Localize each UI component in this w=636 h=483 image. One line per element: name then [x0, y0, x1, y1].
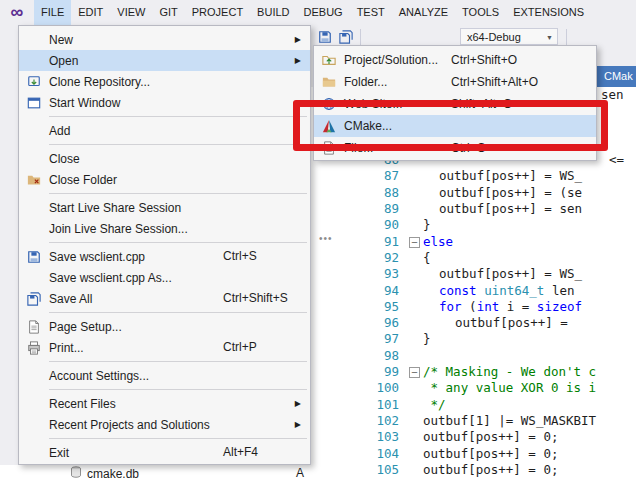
menu-item-page-setup[interactable]: Page Setup...: [19, 316, 310, 337]
menubar-item-file[interactable]: FILE: [34, 0, 71, 25]
menu-item-close-folder[interactable]: Close Folder: [19, 169, 310, 190]
menu-item-recent-files[interactable]: Recent Files▶: [19, 393, 310, 414]
code-line[interactable]: 91–else: [311, 234, 636, 250]
menubar-item-project[interactable]: PROJECT: [185, 0, 250, 25]
menu-item-label: Save wsclient.cpp As...: [49, 271, 172, 285]
code-line[interactable]: 95for (int i = sizeof: [311, 299, 636, 315]
close-folder-icon: [19, 173, 49, 187]
code-line[interactable]: 100 * any value XOR 0 is i: [311, 380, 636, 396]
fold-margin: [407, 413, 423, 429]
menu-item-start-live-share-session[interactable]: Start Live Share Session: [19, 197, 310, 218]
menubar-item-tools[interactable]: TOOLS: [455, 0, 506, 25]
code-text: }: [423, 217, 431, 233]
menubar-item-edit[interactable]: EDIT: [71, 0, 110, 25]
menu-item-label: Clone Repository...: [49, 75, 150, 89]
code-line[interactable]: 104outbuf[pos++] = 0;: [311, 446, 636, 462]
menu-item-join-live-share-session[interactable]: Join Live Share Session...: [19, 218, 310, 239]
menu-item-close[interactable]: Close: [19, 148, 310, 169]
fold-margin: [407, 250, 423, 266]
save-icon[interactable]: [316, 28, 334, 46]
fold-collapse-icon[interactable]: –: [409, 367, 420, 378]
code-line[interactable]: 90}: [311, 217, 636, 233]
code-line[interactable]: 98: [311, 348, 636, 364]
code-line[interactable]: 99–/* Masking - We don't c: [311, 364, 636, 380]
fold-margin: [407, 201, 423, 217]
start-window-icon: [19, 96, 49, 110]
menu-item-recent-projects-and-solutions[interactable]: Recent Projects and Solutions▶: [19, 414, 310, 435]
menubar-item-git[interactable]: GIT: [152, 0, 184, 25]
code-line[interactable]: 103outbuf[pos++] = 0;: [311, 429, 636, 445]
code-line[interactable]: 101 */: [311, 397, 636, 413]
text-fragment: A: [296, 466, 304, 480]
fold-margin: –: [407, 234, 423, 250]
submenu-item-file[interactable]: File...Ctrl+O: [314, 137, 596, 159]
code-text: outbuf[pos++] = sen: [439, 201, 582, 217]
menu-item-save-wsclient-cpp[interactable]: Save wsclient.cppCtrl+S: [19, 246, 310, 267]
menu-item-account-settings[interactable]: Account Settings...: [19, 365, 310, 386]
submenu-arrow-icon: ▶: [295, 50, 301, 71]
submenu-arrow-icon: ▶: [295, 414, 301, 435]
menubar-item-debug[interactable]: DEBUG: [297, 0, 350, 25]
menu-item-exit[interactable]: ExitAlt+F4: [19, 442, 310, 463]
menu-item-clone-repository[interactable]: Clone Repository...: [19, 71, 310, 92]
menu-item-shortcut: Ctrl+Shift+O: [451, 49, 517, 71]
menubar-item-analyze[interactable]: ANALYZE: [392, 0, 455, 25]
fold-margin: [407, 283, 423, 299]
code-line[interactable]: 94const uint64_t len: [311, 283, 636, 299]
folder-icon: [314, 75, 344, 89]
menubar-item-view[interactable]: VIEW: [110, 0, 152, 25]
line-number: 98: [311, 348, 407, 364]
code-line[interactable]: 105outbuf[pos++] = 0;: [311, 462, 636, 478]
menu-item-print[interactable]: Print...Ctrl+P: [19, 337, 310, 358]
menu-item-shortcut: Ctrl+O: [451, 137, 486, 159]
submenu-item-cmake[interactable]: CMake...: [314, 115, 596, 137]
cmake-icon: [314, 119, 344, 133]
code-line[interactable]: 92{: [311, 250, 636, 266]
submenu-item-web-site[interactable]: Web Site...Shift+Alt+O: [314, 93, 596, 115]
code-line[interactable]: 97}: [311, 331, 636, 347]
configuration-dropdown-label: x64-Debug: [467, 31, 521, 43]
fold-collapse-icon[interactable]: –: [409, 237, 420, 248]
submenu-item-folder[interactable]: Folder...Ctrl+Shift+Alt+O: [314, 71, 596, 93]
line-number: 100: [311, 380, 407, 396]
menubar-item-test[interactable]: TEST: [350, 0, 392, 25]
menu-item-save-all[interactable]: Save AllCtrl+Shift+S: [19, 288, 310, 309]
menu-item-label: Exit: [49, 446, 69, 460]
code-line[interactable]: 96outbuf[pos++] =: [311, 315, 636, 331]
fold-margin: [407, 315, 423, 331]
menu-separator: [49, 193, 307, 194]
line-number: 103: [311, 429, 407, 445]
tab-cmake[interactable]: CMak: [597, 66, 636, 87]
fold-margin: [407, 266, 423, 282]
code-line[interactable]: 93outbuf[pos++] = WS_: [311, 266, 636, 282]
solution-explorer-item-cmake-db[interactable]: cmake.db: [70, 466, 139, 481]
code-text: outbuf[pos++] = 0;: [423, 462, 558, 478]
menubar-item-build[interactable]: BUILD: [250, 0, 296, 25]
menu-bar: ∞ FILEEDITVIEWGITPROJECTBUILDDEBUGTESTAN…: [0, 0, 636, 25]
menu-separator: [49, 361, 307, 362]
menu-item-add[interactable]: Add: [19, 120, 310, 141]
menu-item-start-window[interactable]: Start Window: [19, 92, 310, 113]
menu-separator: [49, 438, 307, 439]
code-line[interactable]: 89outbuf[pos++] = sen: [311, 201, 636, 217]
menu-item-label: New: [49, 33, 73, 47]
save-all-icon[interactable]: [337, 28, 355, 46]
menu-item-save-wsclient-cpp-as[interactable]: Save wsclient.cpp As...: [19, 267, 310, 288]
code-text: outbuf[pos++] = WS_: [439, 168, 582, 184]
submenu-item-project-solution[interactable]: Project/Solution...Ctrl+Shift+O: [314, 49, 596, 71]
code-text: * any value XOR 0 is i: [423, 380, 596, 396]
configuration-dropdown[interactable]: x64-Debug ▼: [460, 28, 558, 45]
code-line[interactable]: 102outbuf[1] |= WS_MASKBIT: [311, 413, 636, 429]
code-line[interactable]: 87outbuf[pos++] = WS_: [311, 168, 636, 184]
submenu-arrow-icon: ▶: [295, 393, 301, 414]
menu-item-new[interactable]: New▶: [19, 29, 310, 50]
menu-item-open[interactable]: Open▶: [19, 50, 310, 71]
quick-actions-dots-indicator[interactable]: •••: [319, 233, 333, 244]
submenu-arrow-icon: ▶: [295, 29, 301, 50]
line-number: 97: [311, 331, 407, 347]
code-line[interactable]: 88outbuf[pos++] = (se: [311, 185, 636, 201]
menubar-item-extensions[interactable]: EXTENSIONS: [506, 0, 591, 25]
code-text: */: [423, 397, 446, 413]
solution-explorer-item-label: cmake.db: [87, 467, 139, 481]
code-text: {: [423, 250, 431, 266]
